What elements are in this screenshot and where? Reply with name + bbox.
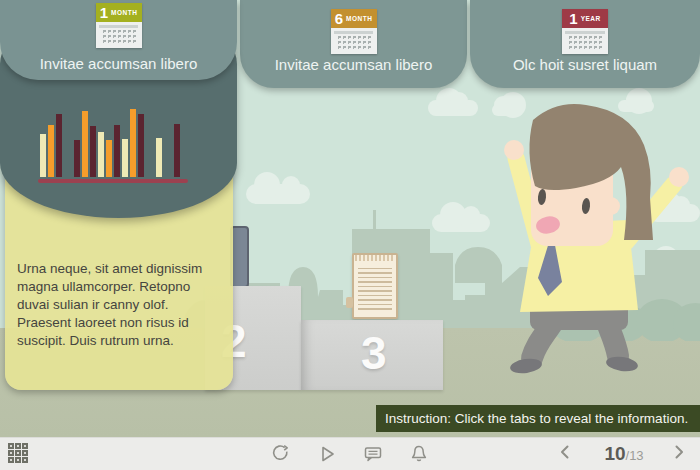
calendar-strip bbox=[565, 31, 605, 34]
scene-background: 2 3 bbox=[0, 0, 700, 437]
tab-label: Olc hoit susret liquam bbox=[470, 56, 700, 73]
bar-chart bbox=[40, 109, 180, 177]
replay-icon[interactable] bbox=[270, 443, 292, 465]
tab-1-year[interactable]: 1 YEAR Olc hoit susret liquam bbox=[470, 0, 700, 88]
tab1-body-text: Urna neque, sit amet dignissim magna ull… bbox=[17, 260, 223, 350]
instruction-banner: Instruction: Click the tabs to reveal th… bbox=[376, 405, 700, 432]
celebrating-businessman bbox=[478, 90, 700, 380]
cloud-icon bbox=[428, 100, 478, 116]
grid-menu-icon[interactable] bbox=[8, 443, 28, 463]
notepad-clip bbox=[346, 297, 353, 308]
calendar-days-grid bbox=[101, 30, 137, 45]
tab-1-month[interactable]: 1 MONTH Invitae accumsan libero bbox=[0, 0, 237, 80]
current-slide: 10 bbox=[604, 443, 625, 465]
calendar-strip bbox=[99, 25, 139, 28]
calendar-number: 1 bbox=[569, 9, 577, 28]
player-bar: 10/13 bbox=[0, 437, 700, 470]
slide-navigation: 10/13 bbox=[556, 438, 692, 470]
calendar-icon: 6 MONTH bbox=[331, 9, 377, 54]
player-controls bbox=[270, 438, 430, 470]
slide-counter: 10/13 bbox=[596, 443, 652, 465]
slide: 2 3 bbox=[0, 0, 700, 470]
instruction-text: Instruction: Click the tabs to reveal th… bbox=[385, 411, 688, 426]
calendar-number: 6 bbox=[335, 9, 343, 28]
notepad bbox=[352, 253, 398, 319]
play-icon[interactable] bbox=[316, 443, 338, 465]
calendar-days-grid bbox=[567, 36, 603, 51]
calendar-icon: 1 YEAR bbox=[562, 9, 608, 54]
calendar-strip bbox=[334, 31, 374, 34]
cloud-icon bbox=[246, 184, 310, 204]
calendar-header: 1 MONTH bbox=[96, 3, 142, 22]
next-slide-icon[interactable] bbox=[670, 443, 692, 465]
total-slides: 13 bbox=[629, 448, 643, 463]
podium-rank: 3 bbox=[361, 326, 387, 380]
calendar-header: 1 YEAR bbox=[562, 9, 608, 28]
calendar-days-grid bbox=[336, 36, 372, 51]
previous-slide-icon[interactable] bbox=[556, 443, 578, 465]
calendar-number: 1 bbox=[100, 3, 108, 22]
calendar-unit: MONTH bbox=[346, 15, 372, 22]
calendar-unit: YEAR bbox=[581, 15, 601, 22]
tab-label: Invitae accumsan libero bbox=[240, 56, 467, 73]
tab-6-month[interactable]: 6 MONTH Invitae accumsan libero bbox=[240, 0, 467, 88]
calendar-icon: 1 MONTH bbox=[96, 3, 142, 48]
tab-label: Invitae accumsan libero bbox=[0, 55, 237, 72]
calendar-header: 6 MONTH bbox=[331, 9, 377, 28]
notifications-icon[interactable] bbox=[408, 443, 430, 465]
bar-chart-axis bbox=[38, 179, 188, 183]
podium-third-place: 3 bbox=[301, 320, 443, 390]
calendar-unit: MONTH bbox=[111, 9, 137, 16]
comments-icon[interactable] bbox=[362, 443, 384, 465]
